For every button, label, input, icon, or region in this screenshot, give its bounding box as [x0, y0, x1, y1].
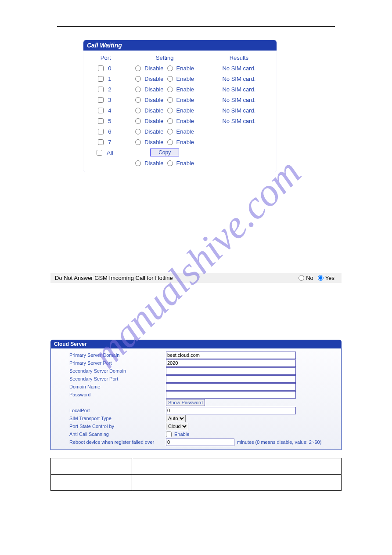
call-waiting-row: 3 Disable Enable No SIM card. [86, 94, 274, 105]
do-not-answer-label: Do Not Answer GSM Imcoming Call for Hotl… [55, 275, 173, 281]
show-password-button[interactable]: Show Password [166, 399, 205, 406]
port-number: 0 [108, 65, 113, 72]
port-4-disable-radio[interactable] [135, 108, 141, 113]
port-state-control-select[interactable]: Cloud [166, 423, 188, 430]
port-3-result: No SIM card. [204, 97, 274, 103]
header-results: Results [204, 54, 274, 61]
port-number: 7 [108, 139, 113, 145]
disable-label: Disable [144, 65, 163, 72]
port-7-disable-radio[interactable] [135, 139, 141, 145]
port-5-disable-radio[interactable] [135, 118, 141, 124]
dnr-yes-label: Yes [325, 275, 334, 281]
anti-call-scanning-checkbox[interactable] [166, 432, 172, 437]
enable-label: Enable [176, 76, 194, 82]
port-5-result: No SIM card. [204, 118, 274, 124]
port-checkbox-0[interactable] [98, 65, 104, 71]
disable-label: Disable [144, 76, 163, 82]
local-port-input[interactable] [166, 407, 296, 414]
sim-transport-select[interactable]: Auto [166, 415, 186, 422]
port-4-result: No SIM card. [204, 107, 274, 114]
call-waiting-row: 4 Disable Enable No SIM card. [86, 105, 274, 116]
enable-label: Enable [176, 118, 194, 124]
anti-call-scanning-label: Anti Call Scanning [69, 432, 166, 437]
dnr-yes-radio[interactable] [318, 275, 324, 281]
port-3-enable-radio[interactable] [167, 97, 173, 103]
port-3-disable-radio[interactable] [135, 97, 141, 103]
local-port-label: LocalPort [69, 408, 166, 413]
port-2-enable-radio[interactable] [167, 87, 173, 92]
port-checkbox-2[interactable] [98, 87, 104, 92]
port-checkbox-6[interactable] [98, 129, 104, 134]
disable-label: Disable [144, 160, 163, 167]
enable-label: Enable [176, 107, 194, 114]
port-0-disable-radio[interactable] [135, 65, 141, 71]
port-1-enable-radio[interactable] [167, 76, 173, 82]
cloud-server-panel: Cloud Server Primary Server Domain Prima… [50, 340, 342, 450]
domain-name-input[interactable] [166, 383, 296, 391]
port-6-disable-radio[interactable] [135, 129, 141, 134]
port-0-enable-radio[interactable] [167, 65, 173, 71]
port-4-enable-radio[interactable] [167, 108, 173, 113]
enable-label: Enable [176, 139, 194, 145]
port-state-control-label: Port State Control by [69, 424, 166, 429]
port-checkbox-4[interactable] [98, 108, 104, 113]
disable-label: Disable [144, 118, 163, 124]
reboot-note: minutes (0 means disable, value: 2~60) [237, 439, 321, 445]
reboot-input[interactable] [166, 439, 234, 446]
port-checkbox-5[interactable] [98, 118, 104, 124]
call-waiting-row: 1 Disable Enable No SIM card. [86, 73, 274, 84]
password-input[interactable] [166, 391, 296, 399]
call-waiting-all-row: All Copy [86, 147, 274, 158]
enable-label: Enable [176, 128, 194, 135]
header-port: Port [86, 54, 126, 61]
secondary-port-input[interactable] [166, 375, 296, 383]
call-waiting-panel: Call Waiting Port Setting Results 0 Disa… [83, 40, 277, 172]
dnr-no-radio[interactable] [298, 275, 304, 281]
call-waiting-footer-row: Disable Enable [86, 158, 274, 168]
enable-label: Enable [176, 160, 194, 167]
dnr-no-label: No [306, 275, 313, 281]
bottom-table [50, 458, 342, 491]
do-not-answer-strip: Do Not Answer GSM Imcoming Call for Hotl… [50, 273, 342, 283]
disable-label: Disable [144, 139, 163, 145]
disable-label: Disable [144, 86, 163, 93]
password-label: Password [69, 392, 166, 397]
disable-label: Disable [144, 97, 163, 103]
port-checkbox-3[interactable] [98, 97, 104, 103]
call-waiting-row: 0 Disable Enable No SIM card. [86, 63, 274, 73]
port-1-disable-radio[interactable] [135, 76, 141, 82]
primary-domain-label: Primary Server Domain [69, 352, 166, 358]
reboot-label: Reboot device when register failed over [69, 439, 166, 445]
table-row [51, 458, 342, 475]
primary-port-input[interactable] [166, 359, 296, 367]
port-5-enable-radio[interactable] [167, 118, 173, 124]
port-number: 6 [108, 128, 113, 135]
disable-label: Disable [144, 128, 163, 135]
port-1-result: No SIM card. [204, 76, 274, 82]
copy-button[interactable]: Copy [150, 149, 179, 156]
port-6-enable-radio[interactable] [167, 129, 173, 134]
port-0-result: No SIM card. [204, 65, 274, 72]
port-checkbox-1[interactable] [98, 76, 104, 82]
port-7-enable-radio[interactable] [167, 139, 173, 145]
port-checkbox-7[interactable] [98, 139, 104, 145]
secondary-domain-input[interactable] [166, 367, 296, 375]
domain-name-label: Domain Name [69, 384, 166, 389]
call-waiting-row: 6 Disable Enable [86, 126, 274, 137]
primary-domain-input[interactable] [166, 352, 296, 359]
call-waiting-row: 5 Disable Enable No SIM card. [86, 116, 274, 126]
call-waiting-header-row: Port Setting Results [86, 52, 274, 63]
call-waiting-row: 2 Disable Enable No SIM card. [86, 84, 274, 94]
anti-call-scanning-enable-label: Enable [174, 432, 189, 437]
top-rule [57, 26, 335, 27]
port-checkbox-all[interactable] [97, 150, 102, 156]
footer-disable-radio[interactable] [135, 160, 141, 166]
footer-enable-radio[interactable] [167, 160, 173, 166]
port-number: 5 [108, 118, 113, 124]
table-row [51, 475, 342, 491]
call-waiting-row: 7 Disable Enable [86, 137, 274, 147]
enable-label: Enable [176, 86, 194, 93]
port-number: 4 [108, 107, 113, 114]
port-2-disable-radio[interactable] [135, 87, 141, 92]
header-setting: Setting [126, 54, 204, 61]
